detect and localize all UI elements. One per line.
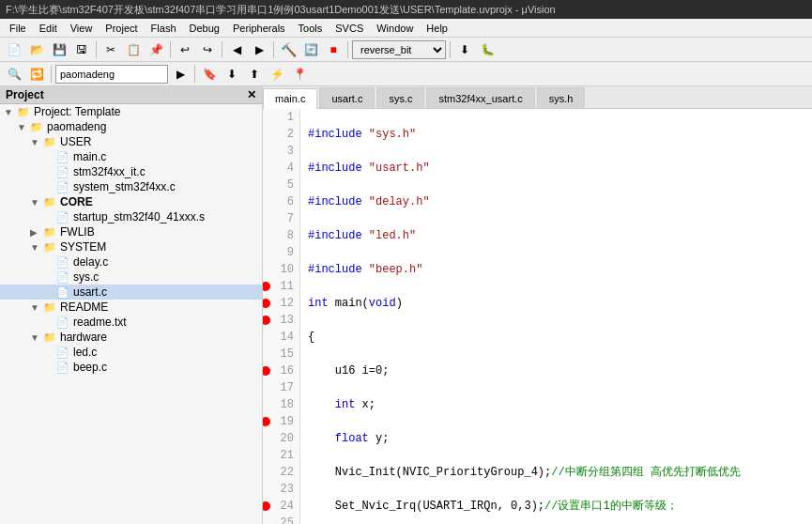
tree-core[interactable]: ▼ 📁 CORE (0, 194, 262, 209)
next-btn[interactable]: ⬇ (222, 64, 242, 85)
toggle-icon: ▼ (30, 137, 43, 147)
file-icon: 📄 (56, 271, 71, 284)
tree-label: CORE (60, 195, 258, 208)
undo-btn[interactable]: ↩ (175, 39, 195, 60)
ln-12: 12 (263, 295, 299, 312)
tree-label: Project: Template (34, 105, 258, 118)
tab-sys-h[interactable]: sys.h (537, 87, 586, 108)
tree-beep-c[interactable]: 📄 beep.c (0, 360, 262, 375)
search-go-btn[interactable]: ▶ (170, 64, 191, 85)
file-icon: 📄 (56, 211, 71, 223)
folder-icon: 📁 (17, 106, 32, 118)
build-btn[interactable]: 🔨 (278, 39, 299, 60)
ln-2: 2 (263, 126, 299, 143)
tree-hardware[interactable]: ▼ 📁 hardware (0, 330, 262, 345)
tree-stm32f4xx-it[interactable]: 📄 stm32f4xx_it.c (0, 164, 262, 179)
editor-area: main.c usart.c sys.c stm32f4xx_usart.c s… (263, 86, 812, 524)
tree-paomadeng[interactable]: ▼ 📁 paomadeng (0, 119, 262, 134)
tab-main-c[interactable]: main.c (263, 88, 317, 109)
code-content[interactable]: #include "sys.h" #include "usart.h" #inc… (300, 109, 812, 524)
stop-btn[interactable]: ■ (323, 39, 344, 60)
file-icon: 📄 (56, 316, 71, 329)
menu-svcs[interactable]: SVCS (329, 21, 369, 36)
tree-sys-c[interactable]: 📄 sys.c (0, 270, 262, 285)
sidebar-header: Project ✕ (0, 86, 262, 104)
ln-25: 25 (263, 515, 299, 524)
save-btn[interactable]: 💾 (49, 39, 69, 60)
prev-btn[interactable]: ⬆ (244, 64, 265, 85)
rebuild-btn[interactable]: 🔄 (300, 39, 321, 60)
toggle-icon: ▼ (17, 122, 30, 132)
search-input[interactable] (55, 65, 168, 84)
tab-stm32f4xx-usart-c[interactable]: stm32f4xx_usart.c (426, 87, 534, 108)
open-btn[interactable]: 📂 (26, 39, 47, 60)
ln-3: 3 (263, 143, 299, 160)
ln-24: 24 (263, 498, 299, 515)
menu-help[interactable]: Help (421, 21, 453, 36)
tree-usart-c[interactable]: 📄 usart.c (0, 285, 262, 300)
tree-label: system_stm32f4xx.c (73, 180, 258, 193)
toggle-icon: ▼ (30, 302, 43, 313)
ln-18: 18 (263, 396, 299, 413)
tab-usart-c[interactable]: usart.c (319, 87, 375, 108)
tree-system-stm32[interactable]: 📄 system_stm32f4xx.c (0, 179, 262, 194)
menu-edit[interactable]: Edit (34, 21, 63, 36)
folder-icon: 📁 (43, 226, 58, 239)
sep1 (96, 41, 97, 58)
redo-btn[interactable]: ↪ (197, 39, 218, 60)
tree-main-c[interactable]: 📄 main.c (0, 149, 262, 164)
code-editor[interactable]: 1 2 3 4 5 6 7 8 9 10 11 12 13 14 15 16 1… (263, 109, 812, 524)
sidebar-close-btn[interactable]: ✕ (247, 88, 256, 101)
tree-user[interactable]: ▼ 📁 USER (0, 134, 262, 149)
menu-file[interactable]: File (4, 21, 32, 36)
fwd-btn[interactable]: ▶ (249, 39, 269, 60)
tree-project[interactable]: ▼ 📁 Project: Template (0, 104, 262, 119)
code-line-7: { (308, 329, 804, 346)
ln-5: 5 (263, 177, 299, 193)
lightning-btn[interactable]: ⚡ (267, 64, 287, 85)
bookmark-btn[interactable]: 🔖 (199, 64, 220, 85)
menu-tools[interactable]: Tools (293, 21, 329, 36)
menu-flash[interactable]: Flash (146, 21, 182, 36)
ln-11: 11 (263, 278, 299, 295)
ln-1: 1 (263, 109, 299, 126)
search-btn[interactable]: 🔍 (4, 64, 24, 85)
ln-23: 23 (263, 481, 299, 498)
sep6 (450, 41, 451, 58)
menu-view[interactable]: View (65, 21, 99, 36)
code-line-8: u16 i=0; (308, 362, 804, 379)
tree-delay-c[interactable]: 📄 delay.c (0, 254, 262, 270)
tree-startup[interactable]: 📄 startup_stm32f40_41xxx.s (0, 209, 262, 224)
tree-system[interactable]: ▼ 📁 SYSTEM (0, 239, 262, 254)
menu-project[interactable]: Project (100, 21, 143, 36)
tree-label: startup_stm32f40_41xxx.s (73, 210, 258, 223)
sep7 (51, 66, 52, 83)
paste-btn[interactable]: 📌 (146, 39, 166, 60)
menu-peripherals[interactable]: Peripherals (227, 21, 291, 36)
tree-fwlib[interactable]: ▶ 📁 FWLIB (0, 224, 262, 239)
tree-readme-txt[interactable]: 📄 readme.txt (0, 315, 262, 330)
ln-10: 10 (263, 261, 299, 278)
tree-readme[interactable]: ▼ 📁 README (0, 300, 262, 315)
ln-4: 4 (263, 160, 299, 177)
ln-7: 7 (263, 210, 299, 227)
target-select[interactable]: reverse_bit (352, 40, 446, 59)
download-btn[interactable]: ⬇ (454, 39, 475, 60)
back-btn[interactable]: ◀ (226, 39, 247, 60)
pin-btn[interactable]: 📍 (289, 64, 310, 85)
tab-sys-c[interactable]: sys.c (376, 87, 424, 108)
folder-icon: 📁 (43, 136, 58, 148)
tree-led-c[interactable]: 📄 led.c (0, 345, 262, 360)
tree-label: hardware (60, 331, 258, 344)
replace-btn[interactable]: 🔁 (26, 64, 47, 85)
debug-btn[interactable]: 🐛 (477, 39, 498, 60)
save-all-btn[interactable]: 🖫 (71, 39, 92, 60)
new-btn[interactable]: 📄 (4, 39, 24, 60)
sep4 (273, 41, 274, 58)
menu-debug[interactable]: Debug (184, 21, 225, 36)
code-line-3: #include "delay.h" (308, 193, 804, 210)
ln-15: 15 (263, 346, 299, 362)
copy-btn[interactable]: 📋 (123, 39, 144, 60)
cut-btn[interactable]: ✂ (100, 39, 121, 60)
menu-window[interactable]: Window (371, 21, 419, 36)
